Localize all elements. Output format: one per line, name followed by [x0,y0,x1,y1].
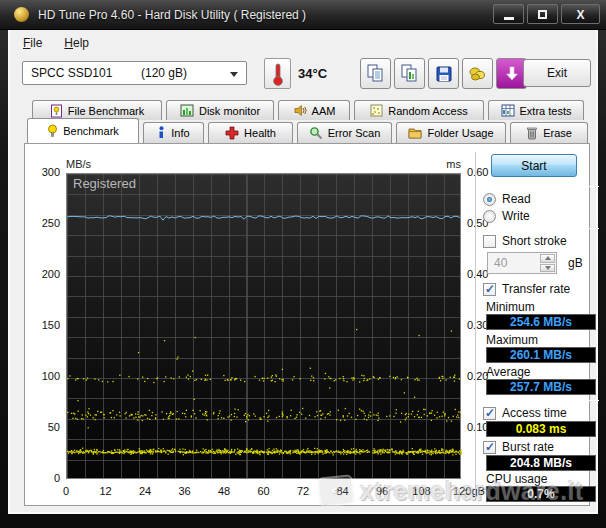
tab-benchmark[interactable]: Benchmark [27,118,139,143]
close-button[interactable] [561,4,600,24]
burst-rate-value: 204.8 MB/s [486,455,596,471]
short-stroke-label: Short stroke [502,234,567,248]
tick-label: 300 [25,166,60,178]
save-icon [435,65,453,83]
health-cross-icon [225,126,239,140]
tab-health[interactable]: Health [208,122,293,143]
tab-disk-monitor[interactable]: Disk monitor [166,100,274,120]
tab-random-access[interactable]: Random Access [354,100,484,120]
tab-aam[interactable]: AAM [278,100,350,120]
info-icon [157,126,166,140]
burst-rate-label: Burst rate [502,440,554,454]
transfer-rate-row[interactable]: Transfer rate [483,282,570,296]
save-button[interactable] [428,58,459,89]
burst-rate-checkbox[interactable] [483,441,496,454]
start-button[interactable]: Start [491,154,577,177]
tick-label: 48 [204,485,244,497]
tab-extra-tests[interactable]: Extra tests [488,100,584,120]
separator [480,228,599,229]
tab-erase[interactable]: Erase [510,122,588,143]
tick-label: 60 [244,485,284,497]
menu-help[interactable]: Help [64,36,89,50]
write-radio-row[interactable]: Write [483,209,530,223]
read-radio-row[interactable]: Read [483,192,531,206]
tick-label: 12 [86,485,126,497]
tab-label: Disk monitor [199,105,260,117]
write-radio[interactable] [483,210,496,223]
tab-info[interactable]: Info [143,122,204,143]
minimize-icon [504,17,514,20]
average-label: Average [486,365,530,379]
tab-label: AAM [312,105,336,117]
panel-separator-vertical [475,152,476,500]
copy-text-button[interactable] [360,58,391,89]
chart-series [67,174,462,480]
cpu-usage-label: CPU usage [486,472,547,486]
tick-label: 84 [323,485,363,497]
tick-label: 72 [283,485,323,497]
tab-folder-usage[interactable]: Folder Usage [396,122,506,143]
tab-label: Erase [543,127,572,139]
tick-label: 120gB [449,485,489,497]
transfer-rate-checkbox[interactable] [483,283,496,296]
access-time-row[interactable]: Access time [483,406,567,420]
access-time-label: Access time [502,406,567,420]
options-button[interactable] [462,58,493,89]
options-icon [468,64,487,83]
tick-label: 100 [25,370,60,382]
registered-watermark: Registered [73,176,136,191]
maximum-label: Maximum [486,333,538,347]
temperature-button[interactable] [264,58,291,89]
short-stroke-row[interactable]: Short stroke [483,234,567,248]
maximize-button[interactable] [527,4,558,24]
tab-error-scan[interactable]: Error Scan [297,122,392,143]
tick-label: 96 [362,485,402,497]
maximize-icon [538,10,547,19]
tab-label: Error Scan [328,127,381,139]
read-radio-label: Read [502,192,531,206]
file-benchmark-icon [50,104,63,118]
burst-rate-row[interactable]: Burst rate [483,440,554,454]
tab-label: Random Access [388,105,467,117]
extra-tests-icon [501,104,515,117]
benchmark-panel: MB/s ms Registered 300250200150100500 0.… [24,143,590,506]
maximum-value: 260.1 MB/s [486,347,596,363]
chevron-down-icon [230,72,238,77]
access-time-checkbox[interactable] [483,407,496,420]
drive-selector[interactable]: SPCC SSD101 (120 gB) [22,61,247,85]
spinner-down-button[interactable] [540,264,555,273]
tick-label: 200 [25,268,60,280]
access-time-value: 0.083 ms [486,421,596,437]
benchmark-chart: Registered [66,173,461,479]
exit-button[interactable]: Exit [523,59,591,87]
short-stroke-checkbox[interactable] [483,235,496,248]
tab-strip: File Benchmark Disk monitor AAM [24,99,590,143]
spinner-down-icon [545,266,551,270]
drive-capacity: (120 gB) [141,66,187,80]
tab-label: Info [171,127,189,139]
tick-label: 150 [25,319,60,331]
client-area: File Help SPCC SSD101 (120 gB) 34°C [8,30,598,514]
spinner-up-button[interactable] [540,254,555,263]
short-stroke-size-input[interactable]: 40 [487,252,557,274]
temperature-value: 34°C [298,66,327,81]
menu-file[interactable]: File [23,36,42,50]
read-radio[interactable] [483,193,496,206]
app-icon [14,7,29,22]
average-value: 257.7 MB/s [486,379,596,395]
drive-model: SPCC SSD101 [31,66,112,80]
y-right-axis-title: ms [431,158,461,170]
tick-label: 24 [125,485,165,497]
download-arrow-icon [503,65,521,83]
copy-icon [366,64,385,83]
spinner-up-icon [545,256,551,260]
trash-icon [526,126,538,140]
tab-label: Health [244,127,276,139]
tab-label: Benchmark [63,125,119,137]
tab-file-benchmark[interactable]: File Benchmark [32,100,162,120]
copy-image-button[interactable] [394,58,425,89]
minimize-button[interactable] [493,4,524,24]
thermometer-icon [272,62,284,86]
tick-label: 108 [402,485,442,497]
title-bar: HD Tune Pro 4.60 - Hard Disk Utility ( R… [0,0,606,30]
